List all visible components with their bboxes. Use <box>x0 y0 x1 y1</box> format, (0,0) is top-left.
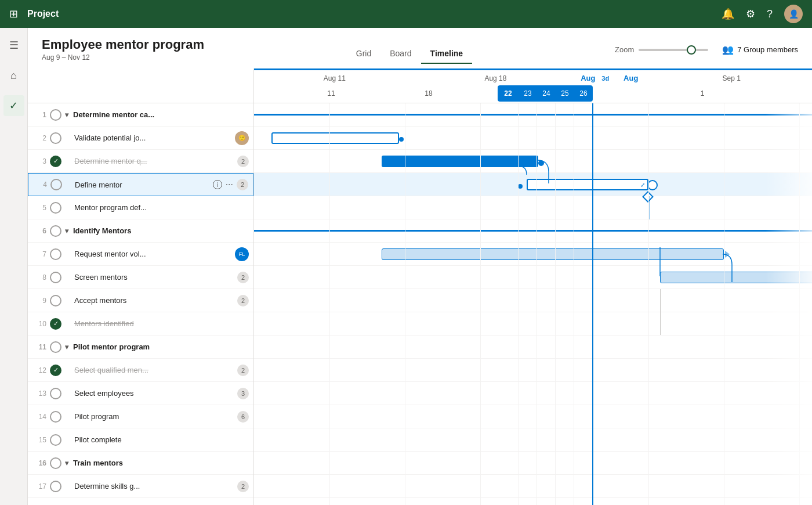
gantt-row-3 <box>254 150 812 173</box>
more-icon-4[interactable]: ··· <box>226 179 233 190</box>
apps-icon[interactable]: ⊞ <box>9 8 18 20</box>
task-row[interactable]: 11 ▾ Pilot mentor program <box>28 336 253 359</box>
task-check-13[interactable] <box>50 388 61 399</box>
day-aug11: 11 <box>327 89 335 98</box>
task-check-6[interactable] <box>50 225 61 237</box>
task-list: 1 ▾ Determine mentor ca... 2 Validate po… <box>28 68 254 505</box>
task-check-10[interactable]: ✓ <box>50 318 61 330</box>
tab-board[interactable]: Board <box>380 44 420 64</box>
project-title: Employee mentor program <box>42 37 204 52</box>
day-25: 25 <box>556 85 574 102</box>
task-check-3[interactable]: ✓ <box>50 156 61 167</box>
task-row[interactable]: 8 Screen mentors 2 <box>28 266 253 289</box>
task-chevron-16[interactable]: ▾ <box>65 459 68 467</box>
highlight-sub: 3d <box>601 75 609 82</box>
task-check-12[interactable]: ✓ <box>50 365 61 376</box>
badge-9: 2 <box>237 295 249 306</box>
gantt-row-5 <box>254 196 812 219</box>
task-row[interactable]: 3 ✓ Determine mentor q... 2 <box>28 150 253 173</box>
task-check-8[interactable] <box>50 272 61 283</box>
grid-line <box>555 103 556 505</box>
tab-timeline[interactable]: Timeline <box>421 44 473 64</box>
task-row[interactable]: 12 ✓ Select qualified men... 2 <box>28 359 253 382</box>
task-check-9[interactable] <box>50 295 61 306</box>
task-check-11[interactable] <box>50 341 61 353</box>
user-avatar[interactable]: 👤 <box>784 5 803 23</box>
task-row[interactable]: 6 ▾ Identify Mentors <box>28 219 253 243</box>
task-row[interactable]: 17 Determine skills g... 2 <box>28 475 253 498</box>
task-chevron-11[interactable]: ▾ <box>65 343 68 351</box>
badge-8: 2 <box>237 272 249 283</box>
group-members[interactable]: 👥 7 Group members <box>722 44 798 55</box>
task-check-14[interactable] <box>50 411 61 423</box>
tab-grid[interactable]: Grid <box>347 44 380 64</box>
sidebar-menu-icon[interactable]: ☰ <box>3 35 24 56</box>
sidebar-check-icon[interactable]: ✓ <box>3 95 24 116</box>
gantt-row-1 <box>254 103 812 127</box>
avatar-7: FL <box>235 247 249 261</box>
settings-icon[interactable]: ⚙ <box>746 8 755 20</box>
info-icon-4[interactable]: i <box>213 180 222 189</box>
task-check-4[interactable] <box>50 179 62 190</box>
gantt-bar-7 <box>382 248 724 260</box>
zoom-group: Zoom <box>615 45 708 54</box>
gantt-row-16 <box>254 452 812 475</box>
task-check-17[interactable] <box>50 481 61 492</box>
zoom-label: Zoom <box>615 45 634 54</box>
progress-bar-top <box>254 68 812 70</box>
badge-13: 3 <box>237 388 249 399</box>
task-check-5[interactable] <box>50 202 61 214</box>
view-tabs: Grid Board Timeline <box>347 44 472 64</box>
gantt-bar-4[interactable]: ⤢ <box>527 179 648 190</box>
grid-line <box>799 103 800 505</box>
badge-12: 2 <box>237 365 249 376</box>
gantt-area: ⤢ <box>254 103 812 505</box>
sidebar-home-icon[interactable]: ⌂ <box>3 65 24 86</box>
day-22: 22 <box>498 85 519 102</box>
task-check-1[interactable] <box>50 109 61 121</box>
grid-line <box>648 103 649 505</box>
badge-14: 6 <box>237 411 249 423</box>
task-check-15[interactable] <box>50 434 61 446</box>
badge-4: 2 <box>237 179 248 190</box>
main-content: Employee mentor program Aug 9 – Nov 12 G… <box>28 28 812 505</box>
highlight-group: Aug <box>576 74 600 82</box>
badge-3: 2 <box>237 156 249 167</box>
task-row[interactable]: 15 Pilot complete <box>28 428 253 452</box>
task-row[interactable]: 14 Pilot program 6 <box>28 405 253 428</box>
task-check-7[interactable] <box>50 248 61 260</box>
task-row[interactable]: 2 Validate potential jo... 🙂 <box>28 127 253 150</box>
grid-line <box>518 103 519 505</box>
gantt-row-14 <box>254 405 812 428</box>
help-icon[interactable]: ? <box>767 8 773 20</box>
timeline-container: 1 ▾ Determine mentor ca... 2 Validate po… <box>28 68 812 505</box>
task-row[interactable]: 1 ▾ Determine mentor ca... <box>28 103 253 127</box>
day-23: 23 <box>519 85 537 102</box>
grid-line <box>724 103 724 505</box>
task-row[interactable]: 10 ✓ Mentors identified <box>28 312 253 336</box>
zoom-slider[interactable] <box>639 49 708 51</box>
task-check-16[interactable] <box>50 457 61 469</box>
task-check-2[interactable] <box>50 132 61 144</box>
gantt-group2-line <box>254 230 812 232</box>
date-header: Aug 11 Aug 18 Aug 3d Aug <box>254 68 812 103</box>
task-row[interactable]: 7 Request mentor vol... FL <box>28 243 253 266</box>
task-row[interactable]: 13 Select employees 3 <box>28 382 253 405</box>
task-row[interactable]: 4 Define mentor i ··· 2 <box>28 173 253 196</box>
task-chevron-6[interactable]: ▾ <box>65 227 68 235</box>
week2-label: Aug 18 <box>484 74 506 82</box>
gantt-row-11 <box>254 336 812 359</box>
task-chevron-1[interactable]: ▾ <box>65 111 68 119</box>
notification-icon[interactable]: 🔔 <box>722 8 734 20</box>
day-sep1: 1 <box>701 89 705 98</box>
timeline-panel: Aug 11 Aug 18 Aug 3d Aug <box>254 68 812 505</box>
gantt-group1-line <box>254 114 812 116</box>
week1-label: Aug 11 <box>324 74 346 82</box>
gantt-row-17 <box>254 475 812 498</box>
task-row[interactable]: 9 Accept mentors 2 <box>28 289 253 312</box>
task-row[interactable]: 16 ▾ Train mentors <box>28 452 253 475</box>
connector-left-4 <box>518 184 523 189</box>
grid-line <box>480 103 481 505</box>
task-row[interactable]: 5 Mentor program def... <box>28 196 253 219</box>
grid-line <box>405 103 405 505</box>
